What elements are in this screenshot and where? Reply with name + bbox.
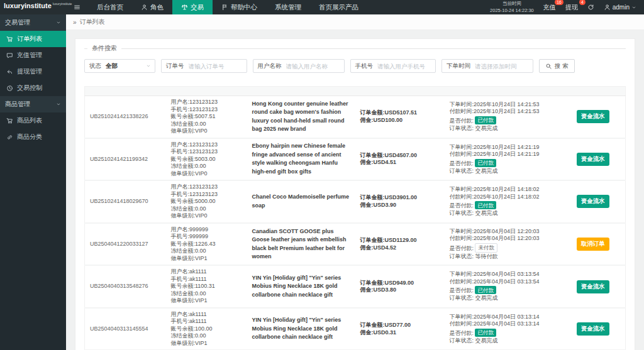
sidebar-item-label: 商品列表 [17, 116, 42, 125]
sidebar-item[interactable]: 交易管理 [0, 14, 66, 31]
withdraw-label: 提现 [565, 4, 578, 11]
refresh-button[interactable] [587, 4, 594, 11]
user-info: 用户名:ak1111 手机号:ak1111 账号余额:100.00 冻结金额:0… [166, 308, 247, 350]
sidebar-item[interactable]: 商品分类 [0, 129, 66, 145]
nav-item-label: 系统管理 [275, 3, 301, 12]
nav-item-icon [141, 4, 148, 11]
breadcrumb-label: 订单列表 [80, 18, 105, 26]
time-status-cell: 下单时间:2025年04月04日 03:13:54 付款时间:2025年04月0… [444, 265, 560, 308]
status-select[interactable]: 全部 [106, 62, 155, 70]
order-amount: 订单金额:USD1129.00 佣金:USD4.52 [355, 223, 445, 266]
current-time-label: 当前时间 [490, 1, 534, 7]
sidebar-item[interactable]: 商品列表 [0, 112, 66, 129]
sidebar-item[interactable]: 充值管理 [0, 47, 66, 63]
nav-item-icon [181, 4, 188, 11]
user-info: 用户名:123123123 手机号:123123123 账号余额:5003.00… [166, 138, 247, 181]
pay-status-line: 是否付款: 未付款 [449, 243, 555, 253]
nav-item-label: 首页展示产品 [319, 3, 358, 12]
order-amount: 订单金额:USD3901.00 佣金:USD3.90 [355, 180, 445, 223]
pay-status-badge: 已付款 [475, 201, 496, 209]
status-value: 全部 [106, 62, 118, 70]
table-row: UB2510241421338226 用户名:123123123 手机号:123… [85, 96, 626, 138]
order-number: UB2504041220033127 [85, 223, 166, 266]
table-row: UB2504040313548276 用户名:ak1111 手机号:ak1111… [85, 265, 626, 308]
nav-item-label: 后台首页 [97, 3, 123, 12]
product-name: Ebony hairpin new Chinese female fringe … [247, 138, 355, 181]
time-status-cell: 下单时间:2025年10月24日 14:18:02 付款时间:2025年10月2… [444, 180, 560, 223]
status-label: 状态 [85, 62, 106, 70]
order-amount: 订单金额:USD949.00 佣金:USD3.80 [355, 265, 445, 308]
sidebar-item[interactable]: 商品管理 [0, 96, 66, 112]
user-info: 用户名:ak1111 手机号:ak1111 账号余额:1100.31 冻结金额:… [166, 265, 247, 308]
menu-toggle-button[interactable] [66, 0, 88, 14]
table-header-cell [247, 87, 355, 96]
order-times: 下单时间:2025年04月04日 03:13:54 付款时间:2025年04月0… [449, 271, 555, 285]
order-time-input[interactable] [475, 63, 533, 70]
pay-status-badge: 已付款 [475, 116, 496, 124]
action-cell: 资金流水 [560, 265, 625, 308]
pay-status-badge: 已付款 [475, 159, 496, 167]
action-button[interactable]: 资金流水 [577, 110, 609, 123]
breadcrumb-arrow: » [73, 19, 77, 26]
recharge-link[interactable]: 充值 16 [543, 3, 556, 12]
order-number: UB2504040313548276 [85, 265, 166, 308]
order-amount: 订单金额:USD77.00 佣金:USD0.31 [355, 308, 445, 350]
pay-status-line: 是否付款: 已付款 [449, 201, 555, 209]
action-button[interactable]: 资金流水 [577, 280, 609, 293]
search-icon [545, 63, 552, 70]
product-name: Canadian SCOTT GOOSE plus Goose leather … [247, 223, 355, 266]
sidebar-item[interactable]: 交易控制 [0, 80, 66, 96]
order-number: UB2510241421199342 [85, 138, 166, 181]
product-name: Hong Kong counter genuine leather round … [247, 96, 355, 138]
orders-table-body: UB2510241421338226 用户名:123123123 手机号:123… [85, 96, 626, 350]
filter-row: 状态 全部 订单号 用户名称 手机 [84, 59, 626, 73]
nav-item-label: 交易 [191, 3, 204, 12]
nav-item[interactable]: 系统管理 [266, 0, 310, 14]
current-time: 当前时间 2025-10-24 14:22:30 [490, 1, 534, 13]
search-button-label: 搜 索 [555, 62, 569, 70]
table-header-cell [166, 87, 247, 96]
search-button[interactable]: 搜 索 [539, 59, 575, 73]
sidebar-item-label: 商品管理 [5, 100, 30, 109]
orders-card: 条件搜索 状态 全部 订单号 用户名称 [75, 38, 635, 350]
nav-item-icon [221, 4, 228, 11]
sidebar-item-label: 提现管理 [17, 67, 42, 76]
sidebar: 交易管理 订单列表 充值管理 提现管理 交易控制 商品管理 商品列表 商品分类 [0, 14, 66, 350]
sidebar-item-icon [6, 68, 13, 75]
pay-label: 是否付款: [449, 160, 474, 166]
sidebar-item[interactable]: 订单列表 [0, 31, 66, 47]
nav-item[interactable]: 帮助中心 [213, 0, 266, 14]
nav-item[interactable]: 后台首页 [88, 0, 132, 14]
hamburger-icon [74, 4, 80, 11]
sidebar-item-label: 交易管理 [5, 18, 30, 27]
sidebar-item[interactable]: 提现管理 [0, 63, 66, 80]
nav-item[interactable]: 角色 [132, 0, 172, 14]
action-button[interactable]: 资金流水 [577, 322, 609, 336]
pay-status-line: 是否付款: 已付款 [449, 159, 555, 167]
pay-status-line: 是否付款: 已付款 [449, 116, 555, 124]
table-header-row [85, 87, 626, 96]
status-filter: 状态 全部 [84, 59, 155, 73]
sidebar-item-label: 订单列表 [17, 35, 42, 43]
admin-menu[interactable]: admin [604, 4, 636, 11]
nav-item[interactable]: 交易 [172, 0, 213, 14]
order-no-input[interactable] [189, 63, 247, 70]
action-button[interactable]: 资金流水 [577, 195, 609, 208]
table-header-cell [444, 87, 560, 96]
user-info: 用户名:123123123 手机号:123123123 账号余额:5007.51… [166, 96, 247, 138]
phone-input[interactable] [377, 63, 435, 70]
action-button[interactable]: 取消订单 [577, 238, 609, 251]
nav-item[interactable]: 首页展示产品 [310, 0, 367, 14]
time-status-cell: 下单时间:2025年04月04日 03:13:14 付款时间:2025年04月0… [444, 308, 560, 350]
order-amount: 订单金额:USD4507.00 佣金:USD4.51 [355, 138, 445, 181]
table-row: UB2510241421199342 用户名:123123123 手机号:123… [85, 138, 626, 181]
table-header-cell [85, 87, 166, 96]
username-input[interactable] [286, 63, 344, 70]
action-button[interactable]: 资金流水 [577, 153, 609, 166]
withdraw-link[interactable]: 提现 4 [565, 3, 578, 12]
content: 条件搜索 状态 全部 订单号 用户名称 [66, 30, 644, 350]
phone-label: 手机号 [351, 62, 378, 70]
order-number: UB2510241421338226 [85, 96, 166, 138]
nav-item-label: 角色 [150, 3, 164, 12]
pay-label: 是否付款: [449, 202, 474, 209]
